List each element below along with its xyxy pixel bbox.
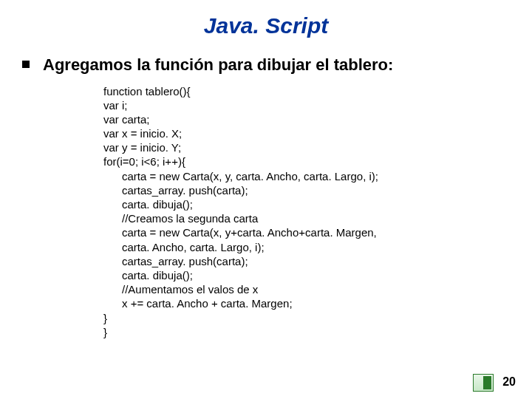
logo-icon (473, 374, 494, 392)
slide: Java. Script Agregamos la función para d… (0, 0, 532, 399)
page-number: 20 (502, 375, 516, 389)
code-block: function tablero(){ var i; var carta; va… (103, 84, 510, 339)
bullet-square-icon (22, 61, 30, 68)
slide-title: Java. Script (22, 13, 510, 38)
bullet-text: Agregamos la función para dibujar el tab… (43, 55, 393, 75)
bullet-item: Agregamos la función para dibujar el tab… (22, 55, 510, 75)
